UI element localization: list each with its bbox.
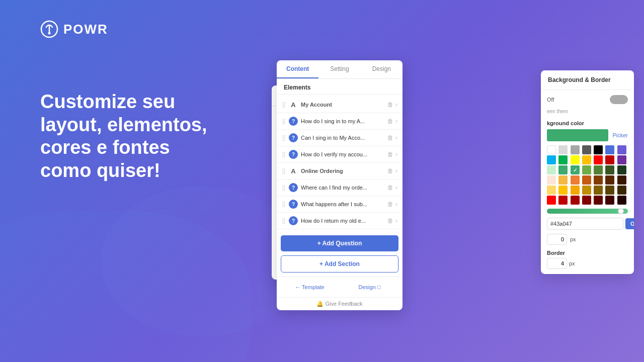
color-picker-content: Off een them kground color Picker [541, 90, 634, 274]
color-cell[interactable] [571, 145, 580, 154]
hex-input-row: OK [547, 218, 628, 230]
color-cell[interactable] [617, 196, 626, 205]
delete-icon[interactable]: 🗑 [387, 167, 393, 174]
color-cell[interactable] [594, 145, 603, 154]
picker-label[interactable]: Picker [612, 132, 628, 138]
tab-setting-main[interactable]: Setting [318, 60, 360, 78]
color-cell[interactable] [571, 155, 580, 164]
give-feedback-btn[interactable]: 🔔 Give Feedback [277, 297, 403, 310]
chevron-right-icon[interactable]: › [395, 101, 397, 108]
color-cell[interactable] [582, 186, 591, 195]
list-item[interactable]: ⣿ ? Where can I find my orde... 🗑 › [277, 179, 403, 196]
color-cell[interactable] [582, 165, 591, 174]
delete-icon[interactable]: 🗑 [387, 101, 393, 108]
color-cell[interactable] [617, 165, 626, 174]
element-label: Can I sing in to My Acco... [301, 135, 384, 141]
element-actions: 🗑 › [387, 217, 397, 224]
color-cell[interactable] [605, 196, 614, 205]
drag-handle-icon: ⣿ [282, 151, 286, 158]
color-cell[interactable] [582, 175, 591, 185]
elements-panel-tabs: Content Setting Design [277, 60, 403, 79]
color-cell[interactable] [594, 186, 603, 195]
chevron-right-icon[interactable]: › [395, 151, 397, 158]
elements-panel: Content Setting Design Elements ⣿ A My A… [277, 60, 403, 310]
color-cell[interactable] [558, 155, 568, 164]
list-item[interactable]: ⣿ ? How do I verify my accou... 🗑 › [277, 146, 403, 163]
chevron-right-icon[interactable]: › [395, 118, 397, 125]
color-preview-box[interactable] [547, 129, 608, 141]
color-cell[interactable] [594, 196, 603, 205]
border-input[interactable] [547, 258, 567, 269]
color-cell[interactable] [605, 186, 614, 195]
delete-icon[interactable]: 🗑 [387, 134, 393, 141]
chevron-right-icon[interactable]: › [395, 167, 397, 174]
color-cell[interactable] [547, 196, 556, 205]
hex-color-input[interactable] [547, 218, 623, 230]
ok-button[interactable]: OK [625, 218, 634, 229]
delete-icon[interactable]: 🗑 [387, 201, 393, 208]
color-cell[interactable] [547, 145, 556, 154]
drag-handle-icon: ⣿ [282, 185, 286, 191]
element-label: Where can I find my orde... [301, 185, 384, 191]
toggle-switch[interactable] [610, 95, 628, 104]
chevron-right-icon[interactable]: › [395, 134, 397, 141]
chevron-right-icon[interactable]: › [395, 217, 397, 224]
color-cell[interactable] [617, 155, 626, 164]
template-btn[interactable]: ← Template [282, 282, 338, 292]
list-item[interactable]: ⣿ ? Can I sing in to My Acco... 🗑 › [277, 130, 403, 146]
hue-slider[interactable] [547, 209, 628, 214]
headline-line4: como quiser! [40, 160, 160, 181]
border-label: Border [547, 250, 628, 256]
chevron-right-icon[interactable]: › [395, 184, 397, 191]
delete-icon[interactable]: 🗑 [387, 184, 393, 191]
color-cell[interactable] [571, 196, 580, 205]
color-cell[interactable] [605, 175, 614, 185]
delete-icon[interactable]: 🗑 [387, 151, 393, 158]
color-cell[interactable] [617, 175, 626, 185]
add-question-button[interactable]: + Add Question [281, 235, 398, 251]
delete-icon[interactable]: 🗑 [387, 217, 393, 224]
color-cell[interactable] [605, 145, 614, 154]
color-cell[interactable] [547, 186, 556, 195]
toggle-row: Off [547, 95, 628, 104]
color-cell[interactable] [582, 145, 591, 154]
color-cell[interactable] [571, 186, 580, 195]
color-cell[interactable] [558, 175, 568, 185]
question-icon: ? [289, 133, 298, 142]
element-actions: 🗑 › [387, 184, 397, 191]
list-item[interactable]: ⣿ ? How do I sing in to my A... 🗑 › [277, 113, 403, 130]
list-item[interactable]: ⣿ A My Account 🗑 › [277, 97, 403, 113]
opacity-input[interactable] [547, 234, 567, 245]
chevron-right-icon[interactable]: › [395, 201, 397, 208]
color-cell[interactable] [558, 165, 568, 174]
tab-design-main[interactable]: Design [361, 60, 403, 78]
color-cell[interactable] [547, 165, 556, 174]
design-btn[interactable]: Design □ [342, 282, 397, 292]
color-cell[interactable] [605, 155, 614, 164]
list-item[interactable]: ⣿ A Online Ordering 🗑 › [277, 163, 403, 179]
list-item[interactable]: ⣿ ? What happens after I sub... 🗑 › [277, 196, 403, 213]
color-cell[interactable] [605, 165, 614, 174]
color-cell[interactable] [617, 186, 626, 195]
elements-header: Elements [277, 79, 403, 95]
color-cell[interactable] [547, 155, 556, 164]
color-cell[interactable] [617, 145, 626, 154]
color-cell-selected[interactable] [571, 165, 580, 174]
tab-content-main[interactable]: Content [277, 60, 318, 78]
color-cell[interactable] [594, 165, 603, 174]
color-cell[interactable] [594, 155, 603, 164]
color-cell[interactable] [558, 196, 568, 205]
list-item[interactable]: ⣿ ? How do I return my old e... 🗑 › [277, 213, 403, 229]
add-section-button[interactable]: + Add Section [281, 255, 398, 273]
color-cell[interactable] [558, 186, 568, 195]
border-unit: px [569, 260, 575, 266]
color-cell[interactable] [571, 175, 580, 185]
color-cell[interactable] [547, 175, 556, 185]
question-icon: ? [289, 216, 298, 225]
color-cell[interactable] [558, 145, 568, 154]
color-cell[interactable] [594, 175, 603, 185]
color-cell[interactable] [582, 155, 591, 164]
delete-icon[interactable]: 🗑 [387, 118, 393, 125]
panel-footer: ← Template Design □ [277, 277, 403, 297]
color-cell[interactable] [582, 196, 591, 205]
